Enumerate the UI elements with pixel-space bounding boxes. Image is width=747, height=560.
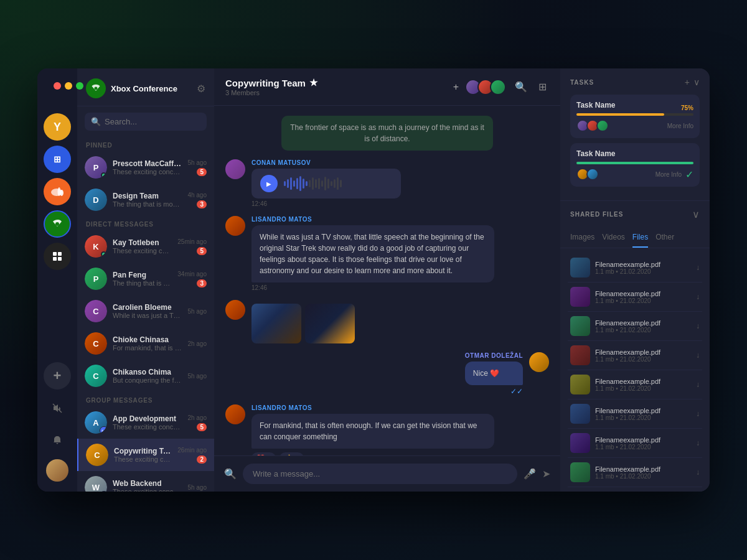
user-avatar[interactable] bbox=[46, 459, 68, 482]
chat-item-prescott[interactable]: P Prescott MacCaffery These exciting con… bbox=[77, 151, 214, 184]
chat-item-carolien[interactable]: C Carolien Bloeme While it was just a TV… bbox=[77, 295, 214, 327]
nav-mute-button[interactable] bbox=[44, 394, 71, 422]
tab-files[interactable]: Files bbox=[632, 233, 648, 248]
chat-info: App Development These exciting concepts … bbox=[113, 414, 182, 431]
download-icon-8[interactable]: ↓ bbox=[696, 468, 700, 477]
download-icon-6[interactable]: ↓ bbox=[696, 409, 700, 418]
nav-add-button[interactable]: + bbox=[44, 362, 71, 390]
task-avatars-1 bbox=[576, 119, 609, 132]
chat-preview: For mankind, that is often enough... bbox=[113, 344, 182, 352]
settings-icon[interactable]: ⊞ bbox=[536, 78, 549, 95]
file-info-4: Filenameexample.pdf 1.1 mb • 21.02.2020 bbox=[595, 348, 691, 363]
window-close[interactable] bbox=[54, 82, 61, 90]
download-icon-2[interactable]: ↓ bbox=[696, 292, 700, 301]
chat-item-pan[interactable]: P Pan Feng The thing that is most exciti… bbox=[77, 263, 214, 295]
search-box[interactable]: 🔍 bbox=[85, 113, 207, 131]
chat-item-chikanso[interactable]: C Chikanso Chima But conquering the fina… bbox=[77, 360, 214, 392]
chat-name: Prescott MacCaffery bbox=[113, 159, 182, 168]
member-avatar-3 bbox=[490, 79, 506, 95]
nav-icon-bb[interactable] bbox=[44, 243, 71, 270]
chat-meta: 2h ago 5 bbox=[187, 414, 207, 431]
download-icon-5[interactable]: ↓ bbox=[696, 380, 700, 389]
msg-bubble-right: Nice ❤️ bbox=[465, 362, 523, 385]
favorite-icon[interactable]: ★ bbox=[309, 77, 317, 88]
chat-item-design-team[interactable]: D Design Team The thing that is most exc… bbox=[77, 184, 214, 216]
nav-icon-grid[interactable]: ⊞ bbox=[44, 146, 71, 173]
chat-item-web-backend[interactable]: W +5 Web Backend These exciting concepts… bbox=[77, 471, 214, 492]
send-icon[interactable]: ➤ bbox=[542, 468, 550, 480]
add-member-icon[interactable]: + bbox=[453, 82, 459, 93]
task-footer-2: More Info ✓ bbox=[576, 168, 693, 180]
search-icon[interactable]: 🔍 bbox=[512, 78, 530, 95]
sidebar: Xbox Conference ⚙ 🔍 PINNED P Prescott Ma… bbox=[77, 68, 214, 492]
chat-preview: The thing that is most exciting... bbox=[113, 200, 182, 208]
file-thumb-1 bbox=[570, 258, 590, 278]
image-building bbox=[251, 304, 301, 343]
file-meta-5: 1.1 mb • 21.02.2020 bbox=[595, 385, 691, 392]
tab-videos[interactable]: Videos bbox=[602, 233, 624, 248]
file-meta-1: 1.1 mb • 21.02.2020 bbox=[595, 268, 691, 275]
file-thumb-7 bbox=[570, 433, 590, 453]
download-icon-4[interactable]: ↓ bbox=[696, 351, 700, 360]
svg-point-4 bbox=[55, 222, 59, 226]
collapse-files-icon[interactable]: ∨ bbox=[692, 208, 700, 220]
nav-icon-xbox[interactable] bbox=[44, 210, 71, 238]
progress-bar-wrap-2 bbox=[576, 162, 693, 164]
file-thumb-8 bbox=[570, 462, 590, 482]
chat-item-chioke[interactable]: C Chioke Chinasa For mankind, that is of… bbox=[77, 327, 214, 360]
chat-meta: 25min ago 5 bbox=[177, 238, 207, 255]
collapse-tasks-icon[interactable]: ∨ bbox=[693, 77, 700, 87]
search-input[interactable] bbox=[105, 117, 209, 126]
chat-meta: 5h ago 5 bbox=[187, 159, 207, 176]
window-maximize[interactable] bbox=[76, 82, 83, 90]
shared-files-header: SHARED FILES ∨ bbox=[560, 201, 710, 220]
microphone-icon[interactable]: 🎤 bbox=[524, 468, 536, 480]
file-info-6: Filenameexample.pdf 1.1 mb • 21.02.2020 bbox=[595, 407, 691, 421]
nav-icon-y[interactable]: Y bbox=[44, 113, 71, 141]
chat-item-kay[interactable]: K Kay Totleben These exciting concepts s… bbox=[77, 230, 214, 263]
download-icon-7[interactable]: ↓ bbox=[696, 439, 700, 447]
chat-item-app-dev[interactable]: A +2 App Development These exciting conc… bbox=[77, 406, 214, 439]
message-input[interactable] bbox=[243, 464, 517, 484]
download-icon-3[interactable]: ↓ bbox=[696, 322, 700, 330]
chat-meta: 5h ago bbox=[187, 373, 207, 380]
play-button[interactable]: ▶ bbox=[260, 175, 278, 192]
audio-player[interactable]: ▶ bbox=[251, 169, 401, 198]
chat-info: Chikanso Chima But conquering the final … bbox=[113, 368, 182, 384]
chat-meta: 2h ago bbox=[187, 340, 207, 347]
chat-preview: These exciting concepts seem... bbox=[113, 247, 172, 254]
msg-content-lisandro: LISANDRO MATOS While it was just a TV sh… bbox=[251, 216, 494, 291]
chat-meta: 34min ago 3 bbox=[177, 271, 207, 287]
download-icon-1[interactable]: ↓ bbox=[696, 263, 700, 272]
nav-icon-soundcloud[interactable] bbox=[44, 178, 71, 205]
more-info-button-2[interactable]: More Info bbox=[655, 171, 682, 178]
tasks-section: TASKS + ∨ Task Name 75% bbox=[560, 68, 710, 201]
chat-preview: While it was just a TV show... bbox=[113, 312, 182, 319]
add-task-icon[interactable]: + bbox=[685, 77, 690, 87]
avatar-lisandro-3 bbox=[225, 404, 245, 424]
avatar-web-backend: W +5 bbox=[85, 476, 107, 492]
left-navigation: Y ⊞ + bbox=[37, 68, 77, 492]
file-item-1: Filenameexample.pdf 1.1 mb • 21.02.2020 … bbox=[568, 253, 702, 282]
chat-time: 26min ago bbox=[177, 447, 207, 454]
window-minimize[interactable] bbox=[65, 82, 72, 90]
file-thumb-6 bbox=[570, 404, 590, 424]
chat-preview: These exciting concepts seem... bbox=[113, 423, 182, 431]
tasks-header: TASKS + ∨ bbox=[570, 77, 700, 87]
tab-other[interactable]: Other bbox=[655, 233, 674, 248]
chat-item-copywriting[interactable]: C Copywriting Team These exciting concep… bbox=[77, 439, 214, 471]
chat-name: Carolien Bloeme bbox=[113, 303, 182, 312]
tab-images[interactable]: Images bbox=[570, 233, 594, 248]
file-item-8: Filenameexample.pdf 1.1 mb • 21.02.2020 … bbox=[568, 458, 702, 487]
file-name-6: Filenameexample.pdf bbox=[595, 407, 691, 414]
task-card-1: Task Name 75% More Info bbox=[570, 95, 700, 138]
file-name-3: Filenameexample.pdf bbox=[595, 319, 691, 327]
more-info-button-1[interactable]: More Info bbox=[667, 123, 693, 129]
avatar-app-dev: A +2 bbox=[85, 411, 107, 434]
task-name-2: Task Name bbox=[576, 149, 693, 158]
task-card-2: Task Name More Info ✓ bbox=[570, 143, 700, 187]
settings-icon[interactable]: ⚙ bbox=[197, 83, 205, 95]
nav-bell-button[interactable] bbox=[44, 427, 71, 454]
msg-sender-lisandro-2: LISANDRO MATOS bbox=[251, 404, 494, 411]
file-info-5: Filenameexample.pdf 1.1 mb • 21.02.2020 bbox=[595, 378, 691, 392]
